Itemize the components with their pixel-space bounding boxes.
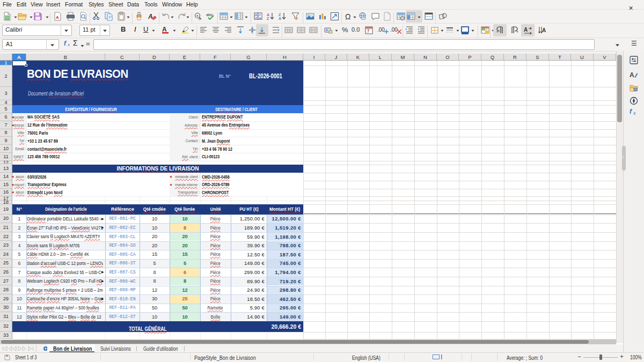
svg-text:A: A [148, 13, 153, 20]
svg-text:f: f [630, 108, 632, 115]
svg-text:A: A [279, 17, 281, 20]
svg-text:A: A [542, 27, 546, 33]
svg-text:Ω: Ω [345, 12, 350, 21]
svg-text:A: A [56, 15, 59, 20]
svg-text:Z: Z [279, 13, 281, 17]
svg-text:abc: abc [206, 12, 213, 17]
svg-text:A: A [259, 17, 262, 20]
svg-text:A: A [630, 71, 634, 79]
svg-text:x: x [633, 110, 636, 116]
svg-text:7: 7 [367, 28, 370, 34]
svg-text:Z: Z [267, 17, 269, 20]
svg-text:A: A [524, 27, 528, 33]
svg-text:A: A [267, 13, 269, 17]
svg-text:A: A [162, 26, 167, 33]
svg-text:Z: Z [255, 17, 258, 20]
svg-text:d: d [199, 17, 200, 20]
svg-text:≠: ≠ [486, 28, 487, 31]
